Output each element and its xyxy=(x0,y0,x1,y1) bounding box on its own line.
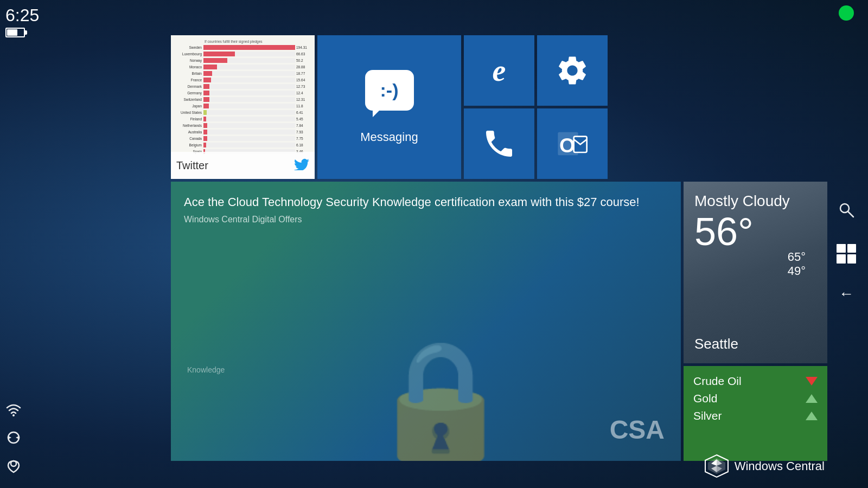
edge-icon: e xyxy=(493,53,506,88)
chart-row: Switzerland 12.31 xyxy=(175,97,310,102)
news-content: Ace the Cloud Technology Security Knowle… xyxy=(171,182,681,237)
notification-dot xyxy=(839,5,854,21)
chart-row: United States 6.41 xyxy=(175,110,310,115)
status-bar: 6:25 xyxy=(5,5,39,37)
stocks-tile[interactable]: Crude Oil Gold Silver xyxy=(684,366,827,461)
svg-text:O: O xyxy=(559,134,575,157)
windows-central-text: Windows Central xyxy=(735,459,825,473)
phone-icon xyxy=(482,126,516,161)
weather-temp-main: 56° xyxy=(694,212,754,251)
search-icon[interactable] xyxy=(838,201,855,222)
chart-row: France 15.64 xyxy=(175,78,310,82)
right-col: Mostly Cloudy 56° 65° 49° Seattle Crude … xyxy=(684,182,827,461)
svg-line-1 xyxy=(848,211,853,217)
weather-temp-low: 49° xyxy=(788,264,806,278)
chart-title: If countries fulfill their signed pledge… xyxy=(175,40,310,43)
windows-central-logo-icon xyxy=(705,454,729,478)
silver-up-arrow xyxy=(806,412,818,420)
twitter-footer: Twitter xyxy=(171,152,315,179)
chart-row: Finland 5.45 xyxy=(175,117,310,121)
stock-gold: Gold xyxy=(693,392,818,405)
gold-up-arrow xyxy=(806,394,818,403)
weather-temp-range: 65° 49° xyxy=(788,250,806,278)
small-tiles-grid: e O xyxy=(464,35,608,179)
messaging-tile[interactable]: :-) Messaging xyxy=(317,35,461,179)
chart-row: Australia 7.93 xyxy=(175,130,310,134)
top-row: If countries fulfill their signed pledge… xyxy=(171,35,827,179)
chart-rows-container: Sweden 194.31 Luxembourg 66.63 Norway 50… xyxy=(175,45,310,154)
twitter-bird-icon xyxy=(294,157,309,174)
news-source: Windows Central Digital Offers xyxy=(184,215,668,224)
chart-row: Norway 50.2 xyxy=(175,58,310,63)
sync-icon xyxy=(5,429,22,450)
weather-city: Seattle xyxy=(694,336,738,352)
left-sidebar xyxy=(5,402,22,477)
gold-label: Gold xyxy=(693,392,717,405)
chart-row: Germany 12.4 xyxy=(175,91,310,95)
silver-label: Silver xyxy=(693,409,722,422)
chart-row: Canada 7.75 xyxy=(175,136,310,141)
settings-tile[interactable] xyxy=(537,35,608,106)
chart-row: Japan 11.8 xyxy=(175,104,310,108)
chart-row: Denmark 12.73 xyxy=(175,84,310,89)
bottom-row: Ace the Cloud Technology Security Knowle… xyxy=(171,182,827,461)
chart-row: Monaco 28.88 xyxy=(175,65,310,69)
back-arrow-icon[interactable]: ← xyxy=(839,285,854,303)
crude-oil-label: Crude Oil xyxy=(693,375,742,388)
edge-tile[interactable]: e xyxy=(464,35,534,106)
weather-tile[interactable]: Mostly Cloudy 56° 65° 49° Seattle xyxy=(684,182,827,363)
weather-condition: Mostly Cloudy xyxy=(694,192,816,210)
crude-oil-down-arrow xyxy=(806,377,818,386)
weather-temp-high: 65° xyxy=(788,250,806,264)
windows-logo-icon[interactable] xyxy=(837,244,856,264)
svg-point-2 xyxy=(12,414,15,416)
twitter-label: Twitter xyxy=(176,159,208,172)
csa-logo: CSA xyxy=(610,415,665,445)
chart-row: Luxembourg 66.63 xyxy=(175,52,310,56)
messaging-bubble-icon: :-) xyxy=(365,70,414,111)
twitter-chart: If countries fulfill their signed pledge… xyxy=(171,35,315,150)
chart-row: Sweden 194.31 xyxy=(175,45,310,50)
tiles-container: If countries fulfill their signed pledge… xyxy=(171,35,827,461)
clock: 6:25 xyxy=(5,5,39,25)
chart-row: Netherlands 7.84 xyxy=(175,123,310,128)
wifi-icon xyxy=(5,402,22,422)
messaging-label: Messaging xyxy=(360,130,418,144)
gear-icon xyxy=(555,53,590,88)
right-sidebar: ← xyxy=(830,0,863,488)
battery-icon xyxy=(5,28,25,37)
news-tile[interactable]: Ace the Cloud Technology Security Knowle… xyxy=(171,182,681,461)
windows-central-branding: Windows Central xyxy=(705,454,825,478)
location-icon xyxy=(5,457,22,477)
knowledge-label: Knowledge xyxy=(187,365,225,374)
outlook-icon: O xyxy=(555,126,590,161)
phone-tile[interactable] xyxy=(464,108,534,179)
twitter-tile[interactable]: If countries fulfill their signed pledge… xyxy=(171,35,315,179)
stock-crude-oil: Crude Oil xyxy=(693,375,818,388)
outlook-tile[interactable]: O xyxy=(537,108,608,179)
chart-row: Belgium 6.18 xyxy=(175,143,310,147)
stock-silver: Silver xyxy=(693,409,818,422)
chart-row: Britain 18.77 xyxy=(175,71,310,76)
lock-bg-icon: 🔒 xyxy=(366,332,515,461)
news-headline: Ace the Cloud Technology Security Knowle… xyxy=(184,195,668,210)
